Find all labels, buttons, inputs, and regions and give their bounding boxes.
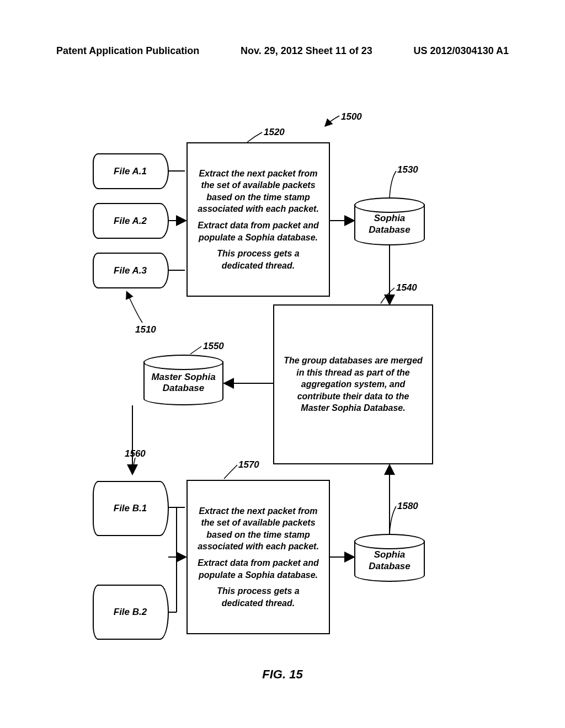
header-left: Patent Application Publication (56, 45, 199, 57)
header-center: Nov. 29, 2012 Sheet 11 of 23 (241, 45, 372, 57)
diagram-canvas: File A.1 File A.2 File A.3 Extract the n… (0, 61, 565, 667)
diagram-arrows (0, 61, 565, 667)
figure-label: FIG. 15 (0, 667, 565, 682)
header-right: US 2012/0304130 A1 (414, 45, 509, 57)
page-header: Patent Application Publication Nov. 29, … (56, 45, 509, 57)
